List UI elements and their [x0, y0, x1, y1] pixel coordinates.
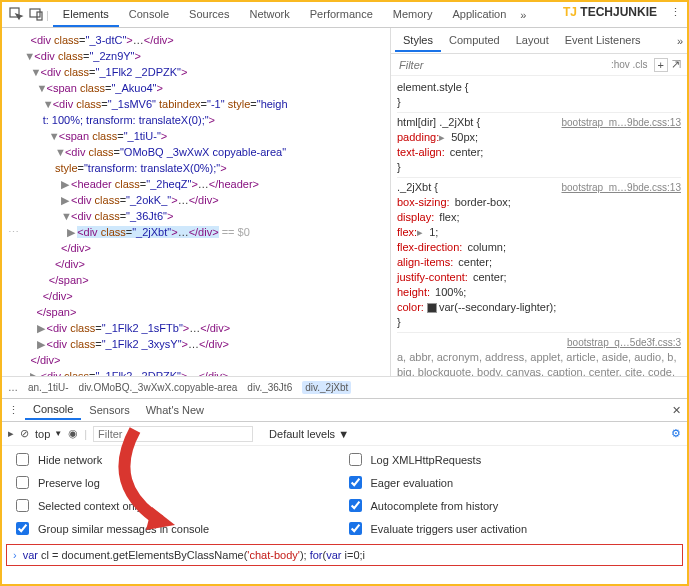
console-controls: ▸ ⊘ top▼ ◉ | Default levels ▼ ⚙ [2, 422, 687, 446]
tab-network[interactable]: Network [239, 3, 299, 27]
add-rule-icon[interactable]: + [654, 58, 668, 72]
crumb-more[interactable]: … [8, 382, 18, 393]
tab-event-listeners[interactable]: Event Listeners [557, 30, 649, 52]
drawer-menu-icon[interactable]: ⋮ [8, 404, 19, 417]
drawer-tab-whatsnew[interactable]: What's New [138, 401, 212, 419]
device-icon[interactable] [26, 5, 46, 25]
dom-tree[interactable]: <div class="_3-dtC">…</div> ▼<div class=… [2, 28, 390, 376]
check-group-similar-messages-in-console[interactable]: Group similar messages in console [12, 519, 345, 538]
crumb-item[interactable]: div.OMoBQ._3wXwX.copyable-area [79, 382, 238, 393]
tab-application[interactable]: Application [443, 3, 517, 27]
styles-body[interactable]: element.style { } html[dir] ._2jXbt {boo… [391, 76, 687, 376]
scope-select[interactable]: top▼ [35, 428, 62, 440]
tab-layout[interactable]: Layout [508, 30, 557, 52]
console-filter-input[interactable] [93, 426, 253, 442]
crumb-item[interactable]: an._1tiU- [28, 382, 69, 393]
more-tabs-icon[interactable]: » [520, 9, 526, 21]
logo: TJ TECHJUNKIE [563, 5, 657, 19]
check-evaluate-triggers-user-activation[interactable]: Evaluate triggers user activation [345, 519, 678, 538]
eye-icon[interactable]: ◉ [68, 427, 78, 440]
styles-filter-input[interactable] [397, 58, 467, 72]
console-settings: Hide networkPreserve logSelected context… [2, 446, 687, 544]
more-style-tabs-icon[interactable]: » [677, 35, 683, 47]
check-hide-network[interactable]: Hide network [12, 450, 345, 469]
levels-select[interactable]: Default levels ▼ [269, 428, 349, 440]
menu-icon[interactable]: ⋮ [670, 6, 681, 19]
tab-memory[interactable]: Memory [383, 3, 443, 27]
gear-icon[interactable]: ⚙ [671, 427, 681, 440]
svg-rect-1 [30, 9, 40, 17]
drawer-tabs: ⋮ Console Sensors What's New ✕ [2, 398, 687, 422]
console-input[interactable]: › var cl = document.getElementsByClassNa… [6, 544, 683, 566]
drawer-tab-sensors[interactable]: Sensors [81, 401, 137, 419]
tab-console[interactable]: Console [119, 3, 179, 27]
breadcrumb[interactable]: … an._1tiU- div.OMoBQ._3wXwX.copyable-ar… [2, 376, 687, 398]
devtools-toolbar: | Elements Console Sources Network Perfo… [2, 2, 687, 28]
crumb-item[interactable]: div._36Jt6 [247, 382, 292, 393]
main-tabs: Elements Console Sources Network Perform… [53, 3, 516, 27]
tab-performance[interactable]: Performance [300, 3, 383, 27]
tab-computed[interactable]: Computed [441, 30, 508, 52]
check-autocomplete-from-history[interactable]: Autocomplete from history [345, 496, 678, 515]
console-code[interactable]: var cl = document.getElementsByClassName… [23, 549, 365, 561]
tab-styles[interactable]: Styles [395, 30, 441, 52]
styles-tabs: Styles Computed Layout Event Listeners » [391, 28, 687, 54]
hov-cls-controls[interactable]: :hov .cls [611, 59, 648, 70]
check-preserve-log[interactable]: Preserve log [12, 473, 345, 492]
close-icon[interactable]: ✕ [672, 404, 681, 417]
check-eager-evaluation[interactable]: Eager evaluation [345, 473, 678, 492]
tab-elements[interactable]: Elements [53, 3, 119, 27]
prompt-icon: › [13, 549, 17, 561]
crumb-item-active[interactable]: div._2jXbt [302, 381, 351, 394]
check-selected-context-only[interactable]: Selected context only [12, 496, 345, 515]
check-log-xmlhttprequests[interactable]: Log XMLHttpRequests [345, 450, 678, 469]
drawer-tab-console[interactable]: Console [25, 400, 81, 420]
clear-icon[interactable]: ⊘ [20, 427, 29, 440]
pin-icon[interactable]: ⇱ [672, 58, 681, 71]
tab-sources[interactable]: Sources [179, 3, 239, 27]
inspect-icon[interactable] [6, 5, 26, 25]
play-icon[interactable]: ▸ [8, 427, 14, 440]
